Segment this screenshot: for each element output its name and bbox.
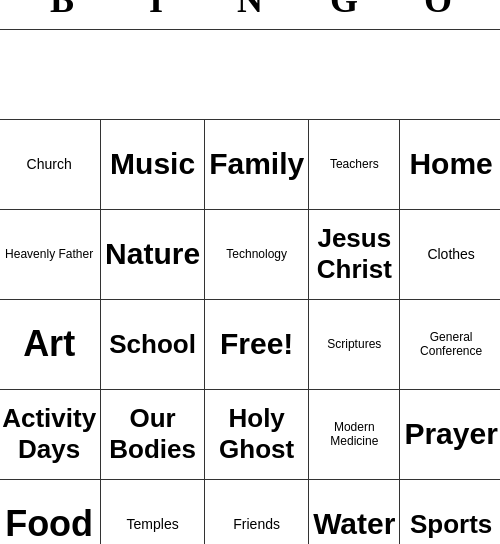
header-letter: N (203, 0, 297, 25)
bingo-cell: Jesus Christ (309, 209, 400, 299)
bingo-cell: Family (205, 119, 309, 209)
table-row: Heavenly FatherNatureTechnologyJesus Chr… (0, 209, 500, 299)
bingo-cell: Scriptures (309, 299, 400, 389)
table-row: ChurchMusicFamilyTeachersHome (0, 119, 500, 209)
header-letter: O (391, 0, 485, 25)
bingo-cell: Heavenly Father (0, 209, 101, 299)
table-row: Activity DaysOur BodiesHoly GhostModern … (0, 389, 500, 479)
bingo-cell: Modern Medicine (309, 389, 400, 479)
bingo-cell: Music (101, 119, 205, 209)
bingo-cell: Holy Ghost (205, 389, 309, 479)
bingo-cell: General Conference (400, 299, 500, 389)
bingo-cell: Sports (400, 479, 500, 544)
table-row: ArtSchoolFree!ScripturesGeneral Conferen… (0, 299, 500, 389)
bingo-cell: Food (0, 479, 101, 544)
bingo-cell: Teachers (309, 119, 400, 209)
bingo-cell: Church (0, 119, 101, 209)
header-letter: I (109, 0, 203, 25)
bingo-cell: Temples (101, 479, 205, 544)
bingo-cell: Water (309, 479, 400, 544)
bingo-cell: Nature (101, 209, 205, 299)
bingo-cell: Free! (205, 299, 309, 389)
bingo-cell: Technology (205, 209, 309, 299)
bingo-header: BINGO (15, 0, 485, 25)
bingo-cell: Our Bodies (101, 389, 205, 479)
bingo-cell: School (101, 299, 205, 389)
bingo-cell: Home (400, 119, 500, 209)
header-letter: B (15, 0, 109, 25)
bingo-cell: Friends (205, 479, 309, 544)
header-letter: G (297, 0, 391, 25)
bingo-cell: Prayer (400, 389, 500, 479)
bingo-cell: Clothes (400, 209, 500, 299)
bingo-grid: ChurchMusicFamilyTeachersHomeHeavenly Fa… (0, 29, 500, 545)
table-row: FoodTemplesFriendsWaterSports (0, 479, 500, 544)
bingo-cell: Activity Days (0, 389, 101, 479)
bingo-card: BINGO ChurchMusicFamilyTeachersHomeHeave… (15, 0, 485, 544)
header-row (0, 29, 500, 119)
bingo-cell: Art (0, 299, 101, 389)
